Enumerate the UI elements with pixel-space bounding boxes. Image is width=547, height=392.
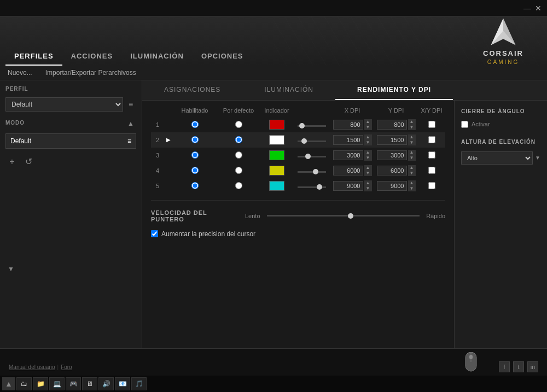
velocity-slider[interactable] <box>267 215 420 217</box>
row3-default-radio[interactable] <box>235 151 242 159</box>
row2-ydpi-down[interactable]: ▼ <box>408 140 416 145</box>
row1-xdpi-down[interactable]: ▼ <box>364 125 372 130</box>
start-button[interactable]: ▲ <box>2 377 15 390</box>
row5-link-checkbox[interactable] <box>428 182 435 189</box>
row2-color <box>260 135 293 145</box>
row3-ydpi-up[interactable]: ▲ <box>408 150 416 155</box>
sub-nav-nuevo[interactable]: Nuevo... <box>5 68 34 78</box>
tab-iluminacion-nav[interactable]: ILUMINACIÓN <box>121 48 193 66</box>
taskbar-item-1[interactable]: 🗂 <box>16 377 32 390</box>
sub-nav-importar[interactable]: Importar/Exportar Perarchivoss <box>43 68 138 78</box>
taskbar-item-6[interactable]: 🔊 <box>98 377 114 390</box>
row1-enabled <box>173 121 217 128</box>
row5-xdpi-input[interactable] <box>333 181 363 191</box>
row2-dpi-slider[interactable] <box>298 141 326 142</box>
elevation-select[interactable]: Alto Medio Bajo <box>461 151 533 165</box>
row4-link-checkbox[interactable] <box>428 167 435 174</box>
row3-color-swatch[interactable] <box>269 150 284 160</box>
row2-link-checkbox[interactable] <box>428 136 435 143</box>
mouse-icon <box>463 352 479 374</box>
row2-default-radio[interactable] <box>235 136 242 143</box>
brand-sub: GAMING <box>487 59 520 65</box>
row2-xdpi-up[interactable]: ▲ <box>364 134 372 140</box>
row1-slider <box>293 121 330 128</box>
tab-iluminacion-content[interactable]: ILUMINACIÓN <box>242 80 335 100</box>
taskbar-item-3[interactable]: 💻 <box>49 377 65 390</box>
row4-color-swatch[interactable] <box>269 166 284 175</box>
elevation-label: ALTURA DE ELEVACIÓN <box>461 139 540 145</box>
mode-item[interactable]: Default ≡ <box>5 133 136 149</box>
taskbar-item-2[interactable]: 📁 <box>33 377 48 390</box>
row4-dpi-slider[interactable] <box>298 171 326 173</box>
taskbar-item-4[interactable]: 🎮 <box>66 377 81 390</box>
row1-link-checkbox[interactable] <box>428 121 435 128</box>
row3-ydpi-down[interactable]: ▼ <box>408 155 416 161</box>
facebook-icon[interactable]: f <box>499 361 510 372</box>
row1-ydpi-down[interactable]: ▼ <box>408 125 416 130</box>
row1-default-radio[interactable] <box>235 121 242 128</box>
logo-area: CORSAIR GAMING <box>459 16 547 66</box>
taskbar-item-8[interactable]: 🎵 <box>131 377 147 390</box>
row1-color-swatch[interactable] <box>269 120 284 130</box>
tab-asignaciones[interactable]: ASIGNACIONES <box>142 80 242 100</box>
row3-dpi-slider[interactable] <box>298 156 326 157</box>
row1-enabled-radio[interactable] <box>191 121 199 128</box>
row2-enabled-radio[interactable] <box>191 136 199 143</box>
tab-opciones[interactable]: OPCIONES <box>193 48 252 66</box>
row1-dpi-slider[interactable] <box>298 125 326 127</box>
row5-xdpi-up[interactable]: ▲ <box>364 180 372 186</box>
tab-rendimiento[interactable]: RENDIMIENTO Y DPI <box>335 80 453 100</box>
row4-ydpi-down[interactable]: ▼ <box>408 171 416 176</box>
row3-xdpi-down[interactable]: ▼ <box>364 155 372 161</box>
row4-default-radio[interactable] <box>235 167 242 174</box>
row1-ydpi-input[interactable] <box>377 120 407 130</box>
minimize-button[interactable]: — <box>523 4 532 13</box>
row3-enabled-radio[interactable] <box>191 151 199 159</box>
row2-ydpi-input[interactable] <box>377 135 407 145</box>
row2-xdpi-down[interactable]: ▼ <box>364 140 372 145</box>
linkedin-icon[interactable]: in <box>527 361 538 372</box>
row3-xdpi-input[interactable] <box>333 150 363 160</box>
row2-ydpi-up[interactable]: ▲ <box>408 134 416 140</box>
row5-xdpi-down[interactable]: ▼ <box>364 186 372 191</box>
row2-color-swatch[interactable] <box>269 135 284 145</box>
row5-default-radio[interactable] <box>235 182 242 189</box>
row5-enabled-radio[interactable] <box>191 182 199 189</box>
row3-ydpi-input[interactable] <box>377 150 407 160</box>
row1-xdpi-input[interactable] <box>333 120 363 130</box>
row1-xdpi-up[interactable]: ▲ <box>364 119 372 125</box>
refresh-mode-button[interactable]: ↺ <box>22 155 35 168</box>
row4-xdpi-up[interactable]: ▲ <box>364 165 372 171</box>
tab-perfiles[interactable]: PERFILES <box>5 48 62 66</box>
close-button[interactable]: ✕ <box>534 4 543 13</box>
chevron-down-icon[interactable]: ▼ <box>5 264 16 274</box>
row4-ydpi-up[interactable]: ▲ <box>408 165 416 171</box>
row4-xdpi-input[interactable] <box>333 166 363 175</box>
velocity-section: VELOCIDAD DEL PUNTERO Lento Rápido <box>151 207 445 225</box>
row5-ydpi-up[interactable]: ▲ <box>408 180 416 186</box>
precision-checkbox[interactable] <box>151 230 158 237</box>
row4-ydpi-input[interactable] <box>377 166 407 175</box>
row2-xdpi-input[interactable] <box>333 135 363 145</box>
row5-ydpi-down[interactable]: ▼ <box>408 186 416 191</box>
row1-ydpi-up[interactable]: ▲ <box>408 119 416 125</box>
chevron-up-icon[interactable]: ▲ <box>125 118 136 129</box>
manual-link[interactable]: Manual del usuario <box>9 364 55 370</box>
row5-dpi-slider[interactable] <box>298 186 326 188</box>
profile-select[interactable]: Default <box>5 97 123 112</box>
activate-checkbox[interactable] <box>461 121 468 128</box>
row4-xdpi-down[interactable]: ▼ <box>364 171 372 176</box>
row5-color-swatch[interactable] <box>269 181 284 191</box>
foro-link[interactable]: Foro <box>61 364 72 370</box>
row3-xdpi-up[interactable]: ▲ <box>364 150 372 155</box>
taskbar-item-5[interactable]: 🖥 <box>82 377 97 390</box>
row4-enabled <box>173 167 217 174</box>
twitter-icon[interactable]: t <box>513 361 524 372</box>
add-mode-button[interactable]: + <box>5 155 19 168</box>
row4-enabled-radio[interactable] <box>191 167 199 174</box>
taskbar-item-7[interactable]: 📧 <box>115 377 130 390</box>
row3-link-checkbox[interactable] <box>428 151 435 159</box>
row5-ydpi-input[interactable] <box>377 181 407 191</box>
tab-acciones[interactable]: ACCIONES <box>62 48 122 66</box>
profile-menu-icon[interactable]: ≡ <box>125 99 136 110</box>
